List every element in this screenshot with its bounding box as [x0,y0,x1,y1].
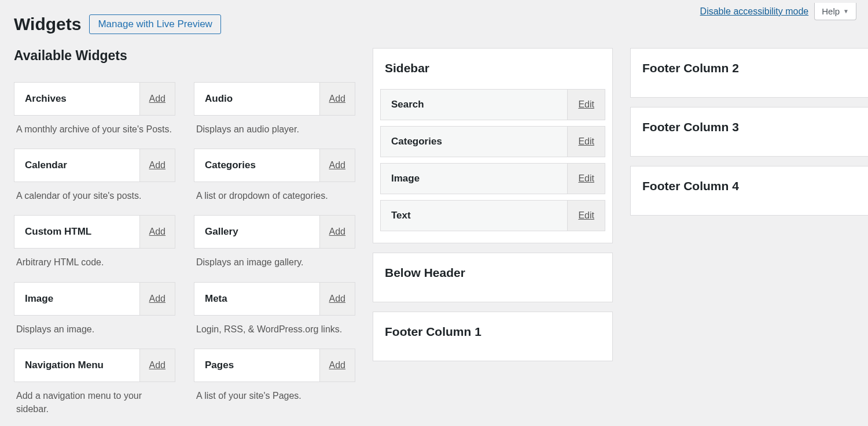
available-widget[interactable]: Gallery Add [194,215,355,249]
placed-widget[interactable]: Search Edit [380,89,605,120]
page-title: Widgets [14,14,81,34]
disable-accessibility-link[interactable]: Disable accessibility mode [700,6,809,17]
add-button[interactable]: Add [319,283,355,315]
placed-widget[interactable]: Image Edit [380,163,605,194]
widget-name: Meta [194,283,319,315]
widget-area-title: Footer Column 3 [631,108,868,142]
widget-description: Arbitrary HTML code. [14,249,175,273]
available-widgets-title: Available Widgets [14,48,355,64]
live-preview-button[interactable]: Manage with Live Preview [89,14,220,34]
widget-name: Image [14,283,139,315]
widget-description: A list or dropdown of categories. [194,182,355,207]
widget-area[interactable]: Below Header [373,253,613,302]
available-widget[interactable]: Navigation Menu Add [14,349,175,382]
widget-area-title: Footer Column 2 [631,49,868,83]
caret-down-icon: ▼ [843,8,849,14]
widget-name: Categories [194,149,319,181]
widget-name: Gallery [194,216,319,248]
widget-name: Custom HTML [14,216,139,248]
placed-widget[interactable]: Text Edit [380,200,605,231]
widget-description: A monthly archive of your site's Posts. [14,116,175,140]
widget-area[interactable]: Sidebar Search Edit Categories Edit Imag… [373,48,613,243]
placed-widget-name: Image [381,164,567,194]
widget-description: Displays an image. [14,316,175,340]
widget-area[interactable]: Footer Column 4 [630,166,868,216]
add-button[interactable]: Add [139,349,175,381]
help-button[interactable]: Help ▼ [814,3,856,20]
widget-area[interactable]: Footer Column 2 [630,48,868,98]
edit-button[interactable]: Edit [567,127,605,157]
available-widget[interactable]: Meta Add [194,282,355,316]
add-button[interactable]: Add [139,83,175,115]
available-widget[interactable]: Custom HTML Add [14,215,175,249]
edit-button[interactable]: Edit [567,201,605,231]
placed-widget[interactable]: Categories Edit [380,126,605,157]
available-widget[interactable]: Categories Add [194,149,355,182]
edit-button[interactable]: Edit [567,90,605,120]
edit-button[interactable]: Edit [567,164,605,194]
placed-widget-name: Categories [381,127,567,157]
add-button[interactable]: Add [319,349,355,381]
available-widget[interactable]: Calendar Add [14,149,175,182]
widget-description: Displays an image gallery. [194,249,355,273]
placed-widget-name: Text [381,201,567,231]
widget-description: Login, RSS, & WordPress.org links. [194,316,355,340]
widget-description: A calendar of your site's posts. [14,182,175,207]
widget-name: Navigation Menu [14,349,139,381]
help-label: Help [822,6,840,16]
available-widget[interactable]: Archives Add [14,82,175,116]
widget-area[interactable]: Footer Column 3 [630,107,868,157]
widget-area-title: Sidebar [373,49,612,83]
widget-name: Calendar [14,149,139,181]
add-button[interactable]: Add [319,216,355,248]
available-widget[interactable]: Image Add [14,282,175,316]
widget-description: Displays an audio player. [194,116,355,140]
available-widget[interactable]: Audio Add [194,82,355,116]
add-button[interactable]: Add [319,83,355,115]
placed-widget-name: Search [381,90,567,120]
widget-name: Archives [14,83,139,115]
widget-name: Audio [194,83,319,115]
widget-area-title: Footer Column 1 [373,312,612,347]
add-button[interactable]: Add [139,149,175,181]
add-button[interactable]: Add [139,216,175,248]
widget-description: Add a navigation menu to your sidebar. [14,382,175,420]
widget-area-title: Footer Column 4 [631,166,868,201]
widget-area-title: Below Header [373,253,612,288]
widget-description: A list of your site's Pages. [194,382,355,407]
widget-name: Pages [194,349,319,381]
available-widget[interactable]: Pages Add [194,349,355,382]
widget-area[interactable]: Footer Column 1 [373,312,613,361]
add-button[interactable]: Add [139,283,175,315]
add-button[interactable]: Add [319,149,355,181]
